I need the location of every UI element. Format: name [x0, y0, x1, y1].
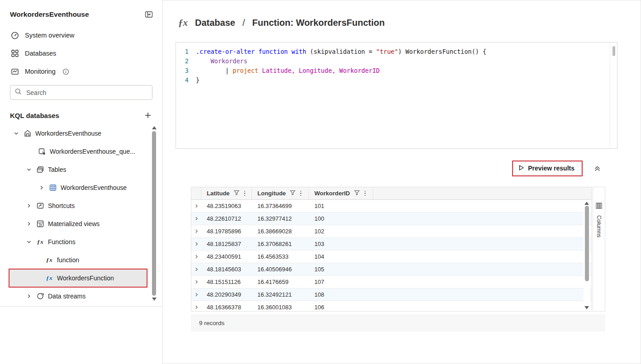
chevron-down-icon[interactable] [25, 238, 33, 246]
code-editor[interactable]: 1 .create-or-alter function with (skipva… [176, 42, 617, 149]
filter-icon[interactable] [290, 190, 295, 197]
tree-item-materialized-views[interactable]: Materialized views [0, 215, 162, 233]
scrollbar-track[interactable] [151, 129, 157, 298]
info-icon[interactable] [62, 68, 69, 75]
tree-item-label: Functions [48, 238, 76, 246]
filter-icon[interactable] [354, 190, 360, 197]
nav-label: Monitoring [25, 68, 56, 75]
tree-scrollbar[interactable] [151, 126, 157, 301]
breadcrumb-parent[interactable]: Database [195, 18, 235, 28]
table-row[interactable]: 48.20290349 16.32492121 108 [191, 288, 591, 301]
row-expand-icon[interactable] [191, 225, 201, 237]
tree-item-eventhouse[interactable]: WorkordersEventhouse [0, 124, 162, 142]
table-row[interactable]: 48.16366378 16.36001083 106 [191, 301, 591, 311]
tree-item-shortcuts[interactable]: Shortcuts [0, 197, 162, 215]
chevron-down-icon[interactable] [25, 166, 33, 173]
table-row[interactable]: 48.23400591 16.4563533 104 [191, 251, 591, 263]
grid-icon [11, 49, 19, 57]
column-header-longitude[interactable]: Longitude [252, 187, 309, 199]
columns-tab-label: Columns [596, 215, 602, 237]
function-breadcrumb-icon: ƒx [178, 17, 188, 28]
sidebar-nav: System overview Databases Monitoring [0, 23, 162, 80]
scrollbar-thumb[interactable] [152, 131, 156, 296]
collapse-results-icon[interactable] [594, 165, 601, 172]
table-row[interactable]: 48.23519063 16.37364699 101 [191, 200, 591, 213]
table-row[interactable]: 48.15151126 16.4176659 107 [191, 276, 591, 288]
row-expand-icon[interactable] [191, 238, 201, 250]
kql-databases-title: KQL databases [10, 112, 59, 119]
chevron-right-icon[interactable] [25, 293, 33, 300]
row-expand-icon[interactable] [191, 200, 201, 212]
row-expand-icon[interactable] [191, 301, 201, 311]
tree-item-function[interactable]: ƒx function [0, 251, 162, 269]
table-row[interactable]: 48.19785896 16.38669028 102 [191, 225, 591, 238]
tree-item-queryset[interactable]: WorkordersEventhouse_que... [0, 142, 162, 161]
cell-workorderid: 101 [309, 200, 373, 212]
sidebar-title: WorkordersEventhouse [10, 10, 89, 19]
tree-item-data-streams[interactable]: Data streams [0, 287, 162, 305]
scroll-down-arrow[interactable] [152, 298, 157, 301]
collapse-pane-icon[interactable] [143, 9, 154, 20]
table-row[interactable]: 48.18145603 16.40506946 105 [191, 263, 591, 276]
column-header-workorderid[interactable]: WorkorderID [309, 187, 373, 199]
column-header-latitude[interactable]: Latitude [201, 187, 252, 199]
code-text: } [196, 76, 199, 85]
kql-tree: WorkordersEventhouse WorkordersEventhous… [0, 124, 162, 307]
tree-item-label: WorkordersEventhouse_que... [50, 148, 135, 155]
breadcrumb-separator: / [242, 18, 245, 28]
row-expand-icon[interactable] [191, 263, 201, 275]
sidebar-item-monitoring[interactable]: Monitoring [0, 62, 162, 80]
chevron-right-icon[interactable] [25, 202, 33, 209]
cell-latitude: 48.20290349 [201, 288, 252, 301]
column-label: Latitude [207, 190, 230, 197]
sidebar-item-system-overview[interactable]: System overview [0, 26, 162, 44]
row-expand-icon[interactable] [191, 288, 201, 301]
scrollbar-track[interactable] [584, 205, 590, 306]
results-area: Latitude Longitude WorkorderID [191, 187, 605, 331]
scrollbar-thumb[interactable] [585, 206, 589, 281]
editor-scrollbar-thumb[interactable] [613, 46, 615, 56]
search-input[interactable] [25, 89, 147, 97]
breadcrumb: ƒx Database / Function: WorkordersFuncti… [178, 17, 617, 28]
cell-longitude: 16.36001083 [252, 301, 309, 311]
cell-workorderid: 102 [309, 225, 373, 237]
scroll-up-arrow[interactable] [584, 202, 589, 205]
chevron-right-icon[interactable] [25, 220, 33, 227]
main-panel: ƒx Database / Function: WorkordersFuncti… [163, 0, 641, 364]
row-expand-icon[interactable] [191, 276, 201, 288]
filter-icon[interactable] [234, 190, 239, 197]
chevron-down-icon[interactable] [13, 130, 20, 137]
table-row[interactable]: 48.22610712 16.32977412 100 [191, 213, 591, 225]
table-scrollbar[interactable] [584, 202, 590, 309]
sidebar-item-databases[interactable]: Databases [0, 44, 162, 62]
cell-latitude: 48.15151126 [201, 276, 252, 288]
code-line: 3 | project Latitude, Longitude, Workord… [176, 66, 617, 76]
cell-workorderid: 103 [309, 238, 373, 250]
kebab-menu-icon[interactable] [365, 191, 366, 196]
scroll-up-arrow[interactable] [152, 126, 157, 129]
add-icon[interactable] [142, 110, 153, 121]
line-number: 2 [176, 57, 196, 66]
sidebar-header: WorkordersEventhouse [0, 9, 162, 23]
tables-folder-icon [36, 165, 44, 174]
code-text: | project Latitude, Longitude, Workorder… [196, 66, 380, 76]
tree-item-label: WorkordersEventhouse [35, 130, 101, 137]
scroll-down-arrow[interactable] [584, 306, 589, 309]
kebab-menu-icon[interactable] [300, 191, 302, 196]
line-number: 3 [176, 66, 196, 76]
tree-item-workordersfunction[interactable]: ƒx WorkordersFunction [9, 269, 147, 287]
chevron-right-icon[interactable] [38, 184, 45, 191]
columns-panel-tab[interactable]: Columns [593, 187, 605, 312]
preview-results-button[interactable]: Preview results [513, 162, 581, 175]
row-expand-icon[interactable] [191, 213, 201, 225]
tree-item-functions[interactable]: ƒx Functions [0, 233, 162, 251]
table-row[interactable]: 48.18125837 16.37068261 103 [191, 238, 591, 251]
column-label: WorkorderID [314, 190, 350, 197]
cell-workorderid: 106 [309, 301, 373, 311]
table-icon [49, 184, 57, 192]
kebab-menu-icon[interactable] [244, 191, 246, 196]
row-expand-icon[interactable] [191, 251, 201, 263]
tree-item-table-workorders[interactable]: WorkordersEventhouse [0, 179, 162, 197]
code-text: .create-or-alter function with (skipvali… [196, 47, 486, 57]
tree-item-tables[interactable]: Tables [0, 161, 162, 179]
